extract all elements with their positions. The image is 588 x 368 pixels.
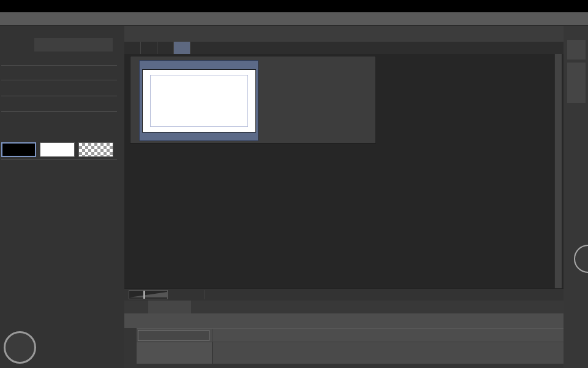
timeline-panel bbox=[124, 301, 564, 368]
clip-studio-logo bbox=[5, 13, 18, 25]
layer-dock-buttons bbox=[567, 63, 586, 103]
divider bbox=[213, 329, 213, 342]
main-toolbar bbox=[124, 26, 564, 42]
document-tabbar bbox=[124, 42, 564, 54]
collapse-track-icon[interactable] bbox=[126, 343, 134, 351]
zoom-slider[interactable] bbox=[129, 290, 168, 299]
zoom-slider-handle[interactable] bbox=[143, 291, 145, 299]
picker-tools-row bbox=[0, 126, 124, 140]
window-top-strip bbox=[0, 0, 588, 12]
right-dock bbox=[564, 26, 588, 368]
panel-menu-icon[interactable] bbox=[11, 40, 21, 49]
color-swatches bbox=[0, 140, 124, 157]
tool-panel bbox=[0, 26, 124, 368]
chevron-down-icon bbox=[200, 332, 208, 340]
separator bbox=[204, 290, 205, 299]
divider bbox=[1, 96, 117, 96]
timeline-icon bbox=[152, 303, 160, 311]
select-tools-row bbox=[0, 97, 124, 110]
draw-tools-row bbox=[0, 81, 124, 95]
pen-icon bbox=[43, 40, 52, 50]
timeline-frame-area[interactable] bbox=[213, 342, 571, 364]
tab-story-animation3[interactable] bbox=[141, 42, 157, 54]
pen-tool-row bbox=[0, 66, 124, 79]
divider bbox=[1, 65, 117, 66]
canvas-zoom-bar bbox=[124, 288, 564, 301]
divider bbox=[1, 159, 117, 160]
page-thumbnail-selected[interactable] bbox=[139, 60, 258, 141]
timeline-menu-icon[interactable] bbox=[138, 303, 146, 311]
page-frame-border bbox=[150, 75, 248, 127]
tab-tool[interactable] bbox=[34, 38, 113, 52]
divider bbox=[1, 111, 117, 112]
timeline-layer-column[interactable] bbox=[137, 342, 213, 364]
object-tools-row bbox=[0, 112, 124, 126]
transparent-color-swatch[interactable] bbox=[78, 142, 113, 157]
tab-overflow-icon[interactable] bbox=[549, 44, 559, 53]
tab-story-animation5[interactable] bbox=[174, 42, 190, 54]
sub-color-swatch[interactable] bbox=[40, 142, 75, 157]
main-color-swatch[interactable] bbox=[1, 142, 36, 157]
rotate-canvas-icon bbox=[11, 339, 29, 357]
right-dock-header bbox=[564, 26, 588, 38]
panel-grip-icon[interactable] bbox=[115, 28, 122, 36]
timeline-rows bbox=[137, 342, 564, 364]
timeline-toolbar bbox=[124, 313, 564, 328]
page-manager-canvas[interactable] bbox=[124, 54, 564, 288]
tab-story-animation4[interactable] bbox=[157, 42, 174, 54]
rotate-canvas-button[interactable] bbox=[4, 331, 36, 364]
canvas-vertical-scrollbar[interactable] bbox=[554, 54, 562, 288]
page-preview bbox=[142, 69, 256, 132]
timeline-hscroll-track[interactable] bbox=[137, 364, 564, 368]
timeline-gutter bbox=[124, 328, 137, 368]
timeline-header bbox=[124, 301, 564, 313]
divider bbox=[1, 80, 117, 80]
panel-pull-icon bbox=[578, 252, 588, 266]
collapse-all-tracks-icon[interactable] bbox=[126, 354, 134, 362]
timeline-track-dropdown[interactable] bbox=[138, 330, 209, 341]
page-row bbox=[130, 56, 376, 144]
tool-panel-header bbox=[0, 26, 124, 38]
zoom-wedge bbox=[129, 291, 167, 298]
tab-timeline[interactable] bbox=[148, 301, 191, 313]
tool-panel-tabrow bbox=[0, 38, 124, 52]
navigator-button[interactable] bbox=[567, 40, 586, 59]
timeline-track-header-row bbox=[137, 328, 564, 342]
tab-illustration12[interactable] bbox=[124, 42, 141, 54]
menubar bbox=[0, 12, 588, 26]
subtool-row bbox=[0, 52, 124, 64]
